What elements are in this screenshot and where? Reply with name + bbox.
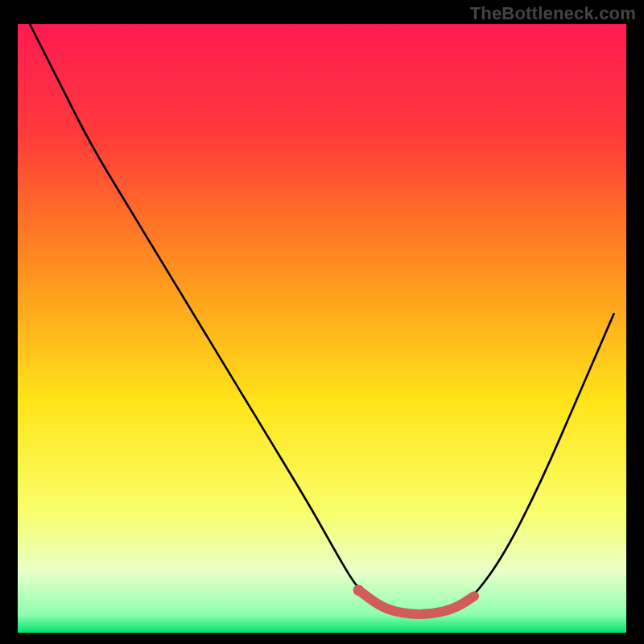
curve-layer: [18, 24, 626, 626]
attribution-label: TheBottleneck.com: [470, 3, 636, 24]
bottleneck-curve: [30, 24, 614, 614]
optimal-range-highlight: [358, 590, 474, 614]
plot-area: [18, 24, 626, 626]
optimal-start-dot: [353, 584, 365, 595]
chart-frame: TheBottleneck.com: [0, 0, 644, 644]
